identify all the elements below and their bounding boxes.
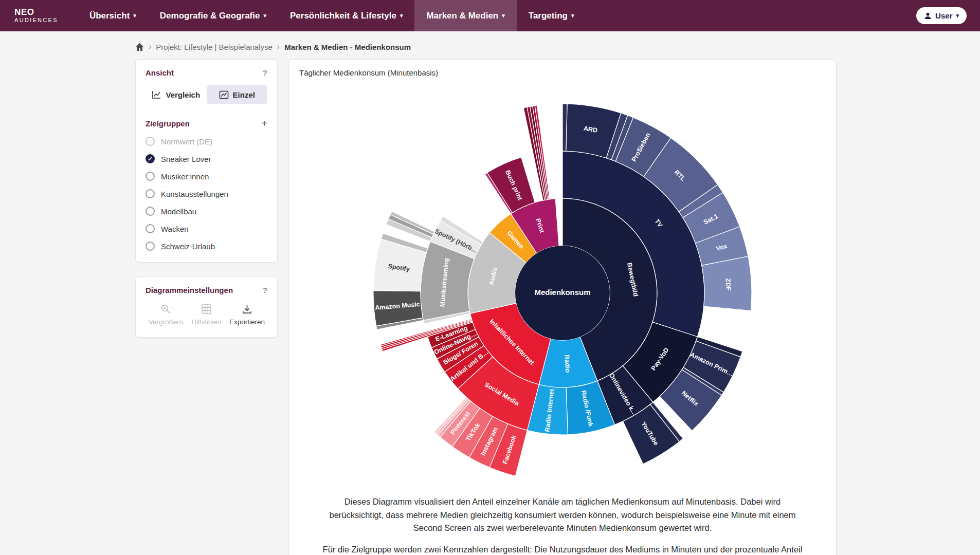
chart-description-1: Dieses Diagramm visualisiert den Anteil … [318, 495, 807, 535]
brand-line2: AUDIENCES [14, 17, 58, 24]
breadcrumb-separator: › [149, 42, 151, 51]
diagramm-title: Diagrammeinstellungen [146, 286, 233, 294]
view-targetgroups-card: Ansicht ? Vergleich Einzel Zielgruppen + [135, 59, 278, 263]
targetgroup-option-modellbau[interactable]: Modellbau [146, 207, 267, 216]
targetgroup-label: Kunstausstellungen [161, 190, 228, 198]
zielgruppen-title: Zielgruppen [146, 119, 190, 128]
view-toggle: Vergleich Einzel [146, 85, 267, 104]
breadcrumb-project[interactable]: Projekt: Lifestyle | Beispielanalyse [156, 43, 273, 51]
breadcrumb-separator: › [277, 42, 280, 51]
user-label: User [935, 11, 952, 20]
targetgroup-label: Wacken [161, 225, 189, 233]
chevron-down-icon: ▾ [263, 12, 266, 19]
chevron-down-icon: ▾ [400, 12, 403, 19]
chevron-down-icon: ▾ [502, 12, 505, 19]
diagramm-header: Diagrammeinstellungen ? [146, 286, 267, 294]
nav-item-persoenlichkeit-lifestyle[interactable]: Persönlichkeit & Lifestyle ▾ [278, 0, 414, 31]
nav-item-label: Targeting [529, 11, 568, 21]
chart-tools: Vergrößern Hilfslinien Exportieren [146, 304, 267, 326]
chart-title: Täglicher Medienkonsum (Minutenbasis) [299, 68, 826, 77]
einzel-button[interactable]: Einzel [207, 85, 268, 104]
radio-icon [146, 224, 155, 233]
sunburst-chart: BewegtbildTVARDProSiebenRTLSat.1VoxZDFPa… [299, 77, 826, 487]
chevron-down-icon: ▾ [133, 12, 136, 19]
single-chart-icon [219, 90, 229, 99]
export-tool-label: Exportieren [229, 318, 265, 326]
nav-item-demografie-geografie[interactable]: Demografie & Geografie ▾ [148, 0, 278, 31]
top-nav: NEO AUDIENCES Übersicht ▾ Demografie & G… [0, 0, 980, 31]
targetgroup-label: Musiker:innen [161, 172, 209, 181]
einzel-label: Einzel [233, 90, 255, 99]
targetgroup-option-schweiz-urlaub[interactable]: Schweiz-Urlaub [146, 242, 267, 251]
chevron-down-icon: ▾ [956, 12, 959, 19]
help-icon[interactable]: ? [263, 68, 267, 77]
chevron-down-icon: ▾ [571, 12, 574, 19]
brand-line1: NEO [14, 8, 58, 17]
gridlines-tool-button[interactable]: Hilfslinien [186, 304, 227, 326]
export-tool-button[interactable]: Exportieren [227, 304, 267, 326]
targetgroup-option-normwert[interactable]: Normwert (DE) [146, 137, 267, 146]
nav-item-label: Übersicht [89, 11, 130, 21]
download-icon [242, 304, 252, 314]
home-icon[interactable] [135, 43, 144, 51]
sunburst-label: Radio [563, 355, 571, 373]
zoom-tool-button[interactable]: Vergrößern [146, 304, 186, 326]
radio-icon [146, 137, 155, 146]
targetgroup-label: Sneaker Lover [161, 155, 211, 163]
breadcrumb-current: Marken & Medien - Medienkonsum [284, 43, 411, 51]
nav-item-uebersicht[interactable]: Übersicht ▾ [78, 0, 148, 31]
ansicht-header: Ansicht ? [146, 68, 267, 77]
targetgroup-label: Normwert (DE) [161, 137, 212, 146]
zielgruppen-header: Zielgruppen + [146, 118, 267, 128]
targetgroup-option-wacken[interactable]: Wacken [146, 224, 267, 233]
sunburst-center-label: Medienkonsum [534, 288, 590, 297]
user-menu-button[interactable]: User ▾ [916, 7, 967, 24]
chart-settings-card: Diagrammeinstellungen ? Vergrößern Hilfs… [135, 276, 278, 338]
targetgroup-label: Schweiz-Urlaub [161, 242, 215, 251]
vergleich-label: Vergleich [166, 90, 200, 99]
targetgroup-option-kunstausstellungen[interactable]: Kunstausstellungen [146, 189, 267, 198]
magnifier-icon [160, 304, 171, 314]
user-icon [924, 12, 932, 20]
nav-item-targeting[interactable]: Targeting ▾ [517, 0, 586, 31]
sidebar: Ansicht ? Vergleich Einzel Zielgruppen + [135, 59, 278, 338]
radio-icon [146, 189, 155, 198]
grid-icon [201, 304, 212, 314]
help-icon[interactable]: ? [263, 286, 267, 294]
content-layout: Ansicht ? Vergleich Einzel Zielgruppen + [0, 59, 980, 555]
chart-description-2: Für die Zielgruppe werden zwei Kennzahle… [318, 543, 807, 555]
targetgroup-option-musiker[interactable]: Musiker:innen [146, 172, 267, 181]
sunburst-label: ZDF [724, 278, 732, 291]
ansicht-title: Ansicht [146, 68, 174, 77]
breadcrumb: › Projekt: Lifestyle | Beispielanalyse ›… [0, 31, 980, 59]
zoom-tool-label: Vergrößern [149, 318, 184, 326]
nav-item-marken-medien[interactable]: Marken & Medien ▾ [414, 0, 516, 31]
radio-icon [146, 207, 155, 216]
compare-chart-icon [152, 90, 161, 99]
gridlines-tool-label: Hilfslinien [192, 318, 222, 326]
chart-card: Täglicher Medienkonsum (Minutenbasis) Be… [288, 59, 837, 555]
radio-checked-icon: ✓ [146, 154, 155, 163]
vergleich-button[interactable]: Vergleich [146, 85, 207, 104]
nav-item-label: Marken & Medien [426, 11, 498, 21]
targetgroup-option-sneaker-lover[interactable]: ✓ Sneaker Lover [146, 154, 267, 163]
radio-icon [146, 172, 155, 181]
nav-item-label: Demografie & Geografie [160, 11, 260, 21]
brand-logo[interactable]: NEO AUDIENCES [0, 0, 78, 31]
targetgroup-label: Modellbau [161, 207, 196, 216]
add-targetgroup-icon[interactable]: + [261, 118, 267, 128]
nav-item-label: Persönlichkeit & Lifestyle [290, 11, 396, 21]
radio-icon [146, 242, 155, 251]
